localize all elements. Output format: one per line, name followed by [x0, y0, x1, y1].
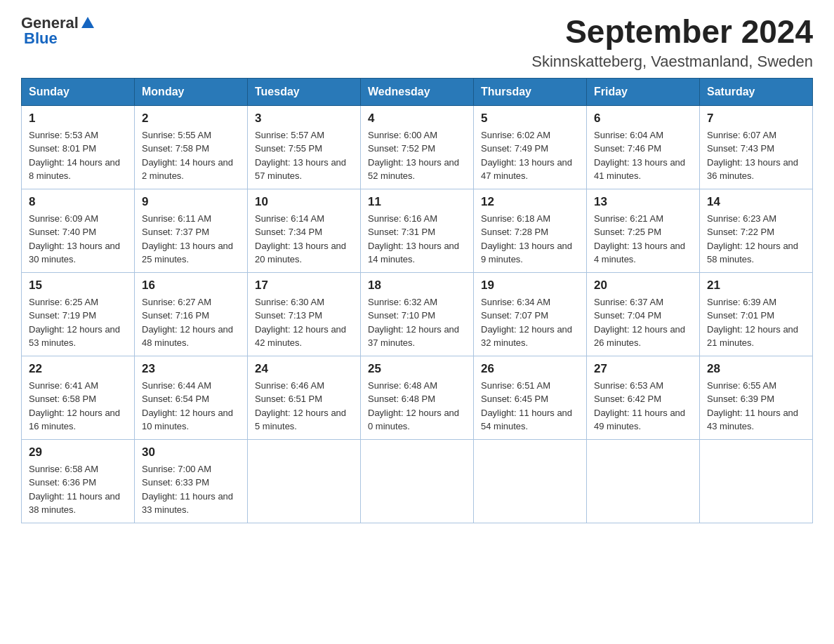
cell-day-number: 2 — [142, 112, 240, 126]
calendar-cell: 4Sunrise: 6:00 AMSunset: 7:52 PMDaylight… — [361, 105, 474, 189]
day-of-week-header: Sunday — [22, 78, 135, 105]
calendar-cell: 21Sunrise: 6:39 AMSunset: 7:01 PMDayligh… — [700, 272, 813, 356]
cell-sun-info: Sunrise: 7:00 AMSunset: 6:33 PMDaylight:… — [142, 462, 240, 517]
cell-day-number: 16 — [142, 279, 240, 293]
cell-sun-info: Sunrise: 6:58 AMSunset: 6:36 PMDaylight:… — [29, 462, 127, 517]
calendar-cell: 7Sunrise: 6:07 AMSunset: 7:43 PMDaylight… — [700, 105, 813, 189]
day-of-week-header: Wednesday — [361, 78, 474, 105]
svg-marker-0 — [81, 17, 94, 28]
cell-day-number: 3 — [255, 112, 353, 126]
calendar-week-row: 1Sunrise: 5:53 AMSunset: 8:01 PMDaylight… — [22, 105, 813, 189]
cell-sun-info: Sunrise: 6:51 AMSunset: 6:45 PMDaylight:… — [481, 379, 579, 434]
calendar-cell — [248, 439, 361, 523]
calendar-cell: 14Sunrise: 6:23 AMSunset: 7:22 PMDayligh… — [700, 189, 813, 272]
cell-day-number: 15 — [29, 279, 127, 293]
cell-sun-info: Sunrise: 6:00 AMSunset: 7:52 PMDaylight:… — [368, 128, 466, 183]
cell-day-number: 10 — [255, 195, 353, 209]
cell-sun-info: Sunrise: 6:53 AMSunset: 6:42 PMDaylight:… — [594, 379, 692, 434]
cell-sun-info: Sunrise: 5:57 AMSunset: 7:55 PMDaylight:… — [255, 128, 353, 183]
calendar-cell: 3Sunrise: 5:57 AMSunset: 7:55 PMDaylight… — [248, 105, 361, 189]
calendar-cell: 15Sunrise: 6:25 AMSunset: 7:19 PMDayligh… — [22, 272, 135, 356]
cell-sun-info: Sunrise: 6:44 AMSunset: 6:54 PMDaylight:… — [142, 379, 240, 434]
day-of-week-header: Tuesday — [248, 78, 361, 105]
cell-day-number: 9 — [142, 195, 240, 209]
calendar-cell: 2Sunrise: 5:55 AMSunset: 7:58 PMDaylight… — [135, 105, 248, 189]
calendar-week-row: 15Sunrise: 6:25 AMSunset: 7:19 PMDayligh… — [22, 272, 813, 356]
cell-day-number: 7 — [707, 112, 805, 126]
calendar-cell: 10Sunrise: 6:14 AMSunset: 7:34 PMDayligh… — [248, 189, 361, 272]
month-year-title: September 2024 — [531, 14, 813, 50]
calendar-cell: 9Sunrise: 6:11 AMSunset: 7:37 PMDaylight… — [135, 189, 248, 272]
cell-sun-info: Sunrise: 6:21 AMSunset: 7:25 PMDaylight:… — [594, 212, 692, 267]
calendar-cell: 20Sunrise: 6:37 AMSunset: 7:04 PMDayligh… — [587, 272, 700, 356]
cell-sun-info: Sunrise: 6:41 AMSunset: 6:58 PMDaylight:… — [29, 379, 127, 434]
cell-sun-info: Sunrise: 6:37 AMSunset: 7:04 PMDaylight:… — [594, 295, 692, 350]
calendar-cell: 19Sunrise: 6:34 AMSunset: 7:07 PMDayligh… — [474, 272, 587, 356]
calendar-cell: 1Sunrise: 5:53 AMSunset: 8:01 PMDaylight… — [22, 105, 135, 189]
logo-triangle-icon — [81, 17, 94, 31]
cell-day-number: 1 — [29, 112, 127, 126]
cell-sun-info: Sunrise: 5:53 AMSunset: 8:01 PMDaylight:… — [29, 128, 127, 183]
cell-day-number: 4 — [368, 112, 466, 126]
calendar-cell: 30Sunrise: 7:00 AMSunset: 6:33 PMDayligh… — [135, 439, 248, 523]
cell-day-number: 23 — [142, 362, 240, 376]
title-area: September 2024 Skinnskatteberg, Vaestman… — [531, 14, 813, 71]
cell-day-number: 29 — [29, 445, 127, 459]
calendar-cell: 28Sunrise: 6:55 AMSunset: 6:39 PMDayligh… — [700, 356, 813, 439]
calendar-cell: 27Sunrise: 6:53 AMSunset: 6:42 PMDayligh… — [587, 356, 700, 439]
cell-day-number: 19 — [481, 279, 579, 293]
calendar-cell: 17Sunrise: 6:30 AMSunset: 7:13 PMDayligh… — [248, 272, 361, 356]
calendar-cell: 24Sunrise: 6:46 AMSunset: 6:51 PMDayligh… — [248, 356, 361, 439]
cell-sun-info: Sunrise: 6:34 AMSunset: 7:07 PMDaylight:… — [481, 295, 579, 350]
cell-sun-info: Sunrise: 5:55 AMSunset: 7:58 PMDaylight:… — [142, 128, 240, 183]
location-subtitle: Skinnskatteberg, Vaestmanland, Sweden — [531, 53, 813, 71]
cell-sun-info: Sunrise: 6:25 AMSunset: 7:19 PMDaylight:… — [29, 295, 127, 350]
cell-sun-info: Sunrise: 6:55 AMSunset: 6:39 PMDaylight:… — [707, 379, 805, 434]
cell-day-number: 11 — [368, 195, 466, 209]
cell-sun-info: Sunrise: 6:11 AMSunset: 7:37 PMDaylight:… — [142, 212, 240, 267]
cell-day-number: 22 — [29, 362, 127, 376]
calendar-table: SundayMondayTuesdayWednesdayThursdayFrid… — [21, 78, 813, 523]
cell-sun-info: Sunrise: 6:23 AMSunset: 7:22 PMDaylight:… — [707, 212, 805, 267]
calendar-cell: 5Sunrise: 6:02 AMSunset: 7:49 PMDaylight… — [474, 105, 587, 189]
cell-day-number: 6 — [594, 112, 692, 126]
calendar-cell: 25Sunrise: 6:48 AMSunset: 6:48 PMDayligh… — [361, 356, 474, 439]
cell-sun-info: Sunrise: 6:39 AMSunset: 7:01 PMDaylight:… — [707, 295, 805, 350]
cell-sun-info: Sunrise: 6:27 AMSunset: 7:16 PMDaylight:… — [142, 295, 240, 350]
logo: General Blue — [21, 14, 94, 48]
logo-blue-text: Blue — [24, 29, 58, 48]
cell-day-number: 30 — [142, 445, 240, 459]
cell-sun-info: Sunrise: 6:09 AMSunset: 7:40 PMDaylight:… — [29, 212, 127, 267]
cell-sun-info: Sunrise: 6:30 AMSunset: 7:13 PMDaylight:… — [255, 295, 353, 350]
cell-day-number: 17 — [255, 279, 353, 293]
calendar-week-row: 8Sunrise: 6:09 AMSunset: 7:40 PMDaylight… — [22, 189, 813, 272]
header: General Blue September 2024 Skinnskatteb… — [21, 14, 813, 71]
calendar-cell — [361, 439, 474, 523]
cell-day-number: 8 — [29, 195, 127, 209]
cell-day-number: 26 — [481, 362, 579, 376]
cell-sun-info: Sunrise: 6:32 AMSunset: 7:10 PMDaylight:… — [368, 295, 466, 350]
cell-sun-info: Sunrise: 6:07 AMSunset: 7:43 PMDaylight:… — [707, 128, 805, 183]
calendar-cell: 18Sunrise: 6:32 AMSunset: 7:10 PMDayligh… — [361, 272, 474, 356]
cell-day-number: 5 — [481, 112, 579, 126]
calendar-cell: 23Sunrise: 6:44 AMSunset: 6:54 PMDayligh… — [135, 356, 248, 439]
calendar-cell: 6Sunrise: 6:04 AMSunset: 7:46 PMDaylight… — [587, 105, 700, 189]
calendar-cell: 11Sunrise: 6:16 AMSunset: 7:31 PMDayligh… — [361, 189, 474, 272]
calendar-cell: 8Sunrise: 6:09 AMSunset: 7:40 PMDaylight… — [22, 189, 135, 272]
cell-sun-info: Sunrise: 6:16 AMSunset: 7:31 PMDaylight:… — [368, 212, 466, 267]
calendar-cell — [700, 439, 813, 523]
calendar-week-row: 22Sunrise: 6:41 AMSunset: 6:58 PMDayligh… — [22, 356, 813, 439]
cell-day-number: 20 — [594, 279, 692, 293]
day-of-week-header: Thursday — [474, 78, 587, 105]
calendar-cell — [474, 439, 587, 523]
cell-day-number: 24 — [255, 362, 353, 376]
cell-day-number: 25 — [368, 362, 466, 376]
calendar-cell: 29Sunrise: 6:58 AMSunset: 6:36 PMDayligh… — [22, 439, 135, 523]
cell-day-number: 21 — [707, 279, 805, 293]
calendar-cell: 26Sunrise: 6:51 AMSunset: 6:45 PMDayligh… — [474, 356, 587, 439]
calendar-cell: 12Sunrise: 6:18 AMSunset: 7:28 PMDayligh… — [474, 189, 587, 272]
cell-sun-info: Sunrise: 6:14 AMSunset: 7:34 PMDaylight:… — [255, 212, 353, 267]
day-of-week-header: Saturday — [700, 78, 813, 105]
calendar-cell: 13Sunrise: 6:21 AMSunset: 7:25 PMDayligh… — [587, 189, 700, 272]
cell-day-number: 18 — [368, 279, 466, 293]
